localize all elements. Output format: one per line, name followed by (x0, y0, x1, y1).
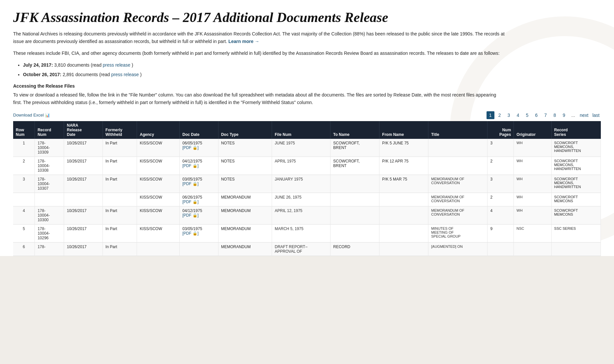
download-excel-label: Download Excel (13, 113, 44, 118)
cell-file-num: APRIL 1975 (272, 157, 330, 175)
releases-list: July 24, 2017: 3,810 documents (read pre… (23, 61, 601, 78)
cell-title (428, 157, 488, 175)
download-excel-link[interactable]: Download Excel 📊 (13, 113, 50, 118)
cell-originator: WH (514, 139, 552, 157)
pdf-link[interactable]: [PDF 🔒] (182, 182, 198, 186)
excel-icon: 📊 (45, 113, 50, 118)
cell-doc-date: 06/26/1975 [PDF 🔒] (180, 193, 218, 206)
th-title: Title (428, 121, 488, 139)
cell-record-series: SCOWCROFTMEMCONS (551, 206, 601, 224)
cell-record-num: 178-10004-10296 (35, 224, 64, 242)
cell-to-name (330, 224, 379, 242)
cell-row-num: 5 (13, 224, 35, 242)
cell-from-name (379, 224, 428, 242)
cell-agency: KISS/SCOW (137, 139, 180, 157)
cell-file-num: MARCH 5, 1975 (272, 224, 330, 242)
cell-record-num: 178-10004-10307 (35, 175, 64, 193)
pdf-link[interactable]: [PDF 🔒] (182, 213, 198, 218)
pagination-page-1[interactable]: 1 (487, 111, 494, 119)
cell-nara-date: 10/26/2017 (64, 242, 103, 256)
pagination-next[interactable]: next (579, 111, 590, 119)
cell-title: MINUTES OFMEETING OFSPECIAL GROUP (428, 224, 488, 242)
cell-doc-type: MEMORANDUM (218, 206, 272, 224)
pdf-link[interactable]: [PDF 🔒] (182, 163, 198, 168)
cell-record-num: 178-10004-10308 (35, 157, 64, 175)
cell-agency: KISS/SCOW (137, 193, 180, 206)
pdf-link[interactable]: [PDF 🔒] (182, 231, 198, 236)
pagination-page-9[interactable]: 9 (560, 111, 568, 119)
cell-formerly: In Part (103, 157, 137, 175)
cell-row-num: 6 (13, 242, 35, 256)
cell-formerly (103, 193, 137, 206)
cell-originator: WH (514, 206, 552, 224)
toolbar-row: Download Excel 📊 1 2 3 4 5 6 7 8 9 ... n… (13, 111, 601, 119)
cell-agency: KISS/SCOW (137, 157, 180, 175)
cell-doc-date: 03/05/1975 [PDF 🔒] (180, 224, 218, 242)
cell-doc-date: 03/05/1975 [PDF 🔒] (180, 175, 218, 193)
th-num-pages: Num Pages (488, 121, 514, 139)
cell-originator: WH (514, 175, 552, 193)
cell-num-pages: 2 (488, 157, 514, 175)
cell-record-num: 178- (35, 242, 64, 256)
release-2-link[interactable]: press release (111, 72, 139, 77)
table-row: 6 178- 10/26/2017 In Part MEMORANDUM DRA… (13, 242, 601, 256)
cell-file-num: JUNE 26, 1975 (272, 193, 330, 206)
cell-nara-date: 10/26/2017 (64, 139, 103, 157)
cell-title: MEMORANDUM OFCONVERSATION (428, 206, 488, 224)
th-nara-date: NARA Release Date (64, 121, 103, 139)
cell-file-num: JUNE 1975 (272, 139, 330, 157)
pagination-page-2[interactable]: 2 (496, 111, 504, 119)
cell-to-name (330, 193, 379, 206)
cell-title: MEMORANDUM OFCONVERSATION (428, 175, 488, 193)
cell-doc-type: MEMORANDUM (218, 224, 272, 242)
cell-agency: KISS/SCOW (137, 175, 180, 193)
documents-table: Row Num Record Num NARA Release Date For… (13, 121, 601, 256)
cell-from-name (379, 242, 428, 256)
pagination-page-8[interactable]: 8 (551, 111, 559, 119)
cell-row-num (13, 193, 35, 206)
release-1-date: July 24, 2017: (23, 62, 53, 68)
cell-nara-date: 10/26/2017 (64, 175, 103, 193)
th-record-series: Record Series (551, 121, 601, 139)
cell-file-num: DRAFT REPORT–APPROVAL OF (272, 242, 330, 256)
cell-record-series: SSC SERIES (551, 224, 601, 242)
cell-to-name: SCOWCROFT,BRENT (330, 157, 379, 175)
cell-agency (137, 242, 180, 256)
pdf-link[interactable]: [PDF 🔒] (182, 145, 198, 150)
cell-formerly: In Part (103, 224, 137, 242)
cell-doc-type: NOTES (218, 139, 272, 157)
cell-formerly: In Part (103, 242, 137, 256)
cell-doc-date: 04/12/1975 [PDF 🔒] (180, 157, 218, 175)
cell-title (428, 139, 488, 157)
pagination-page-3[interactable]: 3 (505, 111, 513, 119)
learn-more-link[interactable]: Learn more (228, 39, 259, 44)
table-row: KISS/SCOW 06/26/1975 [PDF 🔒] MEMORANDUM … (13, 193, 601, 206)
cell-from-name: P/K 12 APR 75 (379, 157, 428, 175)
cell-num-pages (488, 242, 514, 256)
release-item-2: October 26, 2017: 2,891 documents (read … (23, 71, 601, 78)
cell-row-num: 1 (13, 139, 35, 157)
cell-nara-date: 10/26/2017 (64, 224, 103, 242)
cell-num-pages: 9 (488, 224, 514, 242)
pagination-page-4[interactable]: 4 (514, 111, 522, 119)
cell-title: [AUGMENTED] ON (428, 242, 488, 256)
pagination: 1 2 3 4 5 6 7 8 9 ... next last (487, 111, 601, 119)
pdf-link[interactable]: [PDF 🔒] (182, 200, 198, 204)
pagination-page-5[interactable]: 5 (523, 111, 531, 119)
cell-doc-date: 04/12/1975 [PDF 🔒] (180, 206, 218, 224)
cell-to-name (330, 206, 379, 224)
pagination-last[interactable]: last (591, 111, 601, 119)
pagination-page-7[interactable]: 7 (542, 111, 550, 119)
cell-nara-date (64, 193, 103, 206)
cell-formerly: In Part (103, 206, 137, 224)
release-item-1: July 24, 2017: 3,810 documents (read pre… (23, 61, 601, 69)
th-originator: Originator (514, 121, 552, 139)
page-title: JFK Assassination Records – 2017 Additio… (13, 10, 601, 25)
cell-record-num (35, 193, 64, 206)
cell-to-name (330, 175, 379, 193)
table-container: Row Num Record Num NARA Release Date For… (13, 121, 601, 256)
pagination-page-6[interactable]: 6 (533, 111, 540, 119)
accessing-text: To view or download a released file, fol… (13, 91, 506, 106)
release-1-link[interactable]: press release (103, 62, 130, 68)
table-row: 1 178-10004-10309 10/26/2017 In Part KIS… (13, 139, 601, 157)
